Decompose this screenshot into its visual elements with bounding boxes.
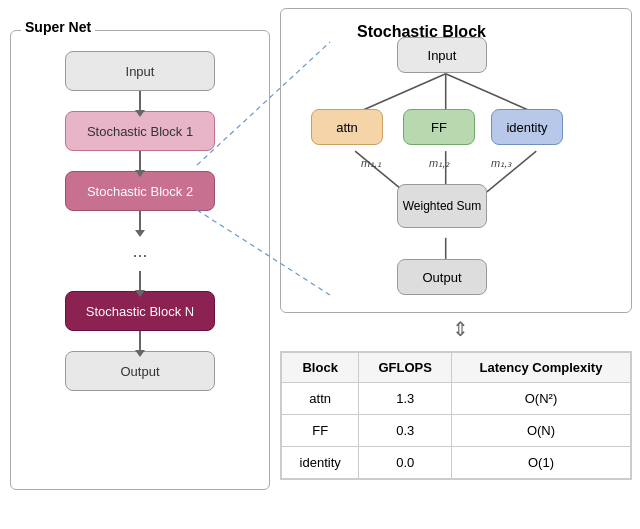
sn-arrow-2 <box>139 151 141 171</box>
double-arrow-icon: ⇕ <box>452 317 469 341</box>
col-latency: Latency Complexity <box>452 353 631 383</box>
sn-arrow-1 <box>139 91 141 111</box>
double-arrow-container: ⇕ <box>280 317 640 341</box>
sn-input-node: Input <box>65 51 215 91</box>
cell-ff-block: FF <box>282 415 359 447</box>
sb-op-identity: identity <box>491 109 563 145</box>
cell-ff-latency: O(N) <box>452 415 631 447</box>
col-gflops: GFLOPS <box>359 353 452 383</box>
m-label-1: m₁,₁ <box>361 157 381 170</box>
table-row-ff: FF 0.3 O(N) <box>282 415 631 447</box>
complexity-table: Block GFLOPS Latency Complexity attn 1.3… <box>281 352 631 479</box>
cell-identity-latency: O(1) <box>452 447 631 479</box>
sn-arrow-5 <box>139 331 141 351</box>
sn-dots-node: ... <box>65 231 215 271</box>
sn-arrow-3 <box>139 211 141 231</box>
sb-op-attn: attn <box>311 109 383 145</box>
cell-identity-block: identity <box>282 447 359 479</box>
main-container: Super Net Input Stochastic Block 1 Stoch… <box>0 0 640 529</box>
cell-attn-gflops: 1.3 <box>359 383 452 415</box>
m-label-3: m₁,₃ <box>491 157 511 170</box>
table-row-identity: identity 0.0 O(1) <box>282 447 631 479</box>
sn-output-node: Output <box>65 351 215 391</box>
cell-identity-gflops: 0.0 <box>359 447 452 479</box>
m-label-2: m₁,₂ <box>429 157 449 170</box>
table-row-attn: attn 1.3 O(N²) <box>282 383 631 415</box>
sn-block1-node: Stochastic Block 1 <box>65 111 215 151</box>
sn-blockn-node: Stochastic Block N <box>65 291 215 331</box>
super-net-panel: Super Net Input Stochastic Block 1 Stoch… <box>10 30 270 490</box>
table-section: Block GFLOPS Latency Complexity attn 1.3… <box>280 351 632 480</box>
sb-op-ff: FF <box>403 109 475 145</box>
svg-line-0 <box>355 74 446 114</box>
cell-attn-block: attn <box>282 383 359 415</box>
sb-input-node: Input <box>397 37 487 73</box>
col-block: Block <box>282 353 359 383</box>
svg-line-2 <box>446 74 537 114</box>
sb-output-node: Output <box>397 259 487 295</box>
cell-ff-gflops: 0.3 <box>359 415 452 447</box>
sn-arrow-4 <box>139 271 141 291</box>
sn-flow: Input Stochastic Block 1 Stochastic Bloc… <box>11 31 269 391</box>
cell-attn-latency: O(N²) <box>452 383 631 415</box>
stochastic-block-diagram: Stochastic Block <box>280 8 632 313</box>
sb-weighted-sum-node: Weighted Sum <box>397 184 487 228</box>
super-net-label: Super Net <box>21 19 95 35</box>
sn-block2-node: Stochastic Block 2 <box>65 171 215 211</box>
right-panel: Stochastic Block <box>280 0 640 529</box>
